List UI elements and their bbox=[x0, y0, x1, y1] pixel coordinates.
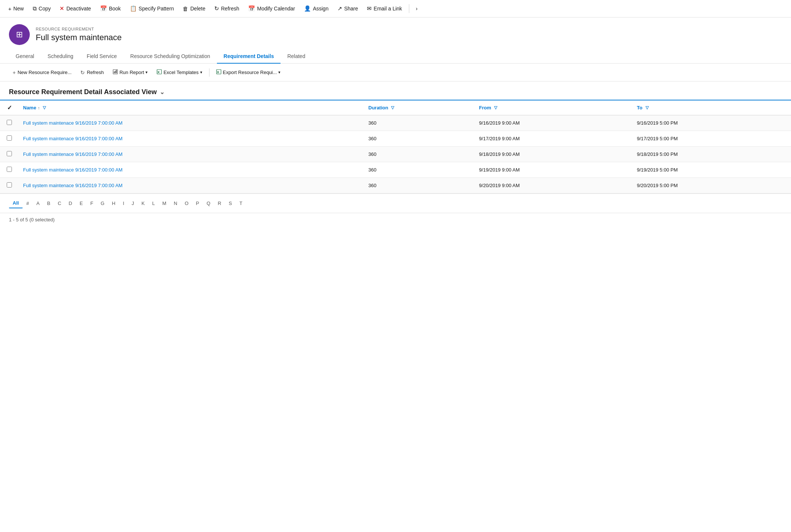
email-link-icon: ✉ bbox=[367, 5, 372, 12]
modify-calendar-button[interactable]: 📅 Modify Calendar bbox=[244, 3, 299, 14]
alpha-item-e[interactable]: E bbox=[76, 199, 87, 208]
th-duration: Duration ▽ bbox=[364, 100, 475, 115]
book-icon: 📅 bbox=[100, 5, 107, 12]
svg-rect-2 bbox=[115, 71, 116, 73]
alpha-item-r[interactable]: R bbox=[214, 199, 225, 208]
th-name: Name ↑ ▽ bbox=[19, 100, 364, 115]
table-row: Full system maintenace 9/16/2019 7:00:00… bbox=[0, 178, 791, 193]
tab-resource-scheduling-optimization[interactable]: Resource Scheduling Optimization bbox=[124, 49, 217, 64]
copy-button[interactable]: ⧉ Copy bbox=[29, 3, 55, 14]
row-name-link[interactable]: Full system maintenace 9/16/2019 7:00:00… bbox=[23, 151, 122, 157]
alpha-item-m[interactable]: M bbox=[158, 199, 170, 208]
delete-button[interactable]: 🗑 Delete bbox=[179, 3, 209, 14]
alpha-item-q[interactable]: Q bbox=[203, 199, 214, 208]
run-report-button[interactable]: Run Report ▾ bbox=[109, 67, 151, 77]
alpha-item-t[interactable]: T bbox=[236, 199, 246, 208]
sub-toolbar: + New Resource Require... ↻ Refresh Run … bbox=[0, 64, 791, 81]
export-chevron: ▾ bbox=[278, 70, 281, 75]
sub-refresh-icon: ↻ bbox=[80, 70, 85, 76]
to-filter-icon[interactable]: ▽ bbox=[646, 105, 649, 110]
alpha-item-p[interactable]: P bbox=[192, 199, 203, 208]
select-all-checkmark[interactable]: ✓ bbox=[7, 105, 12, 111]
excel-templates-button[interactable]: X Excel Templates ▾ bbox=[153, 67, 206, 77]
row-name-link[interactable]: Full system maintenace 9/16/2019 7:00:00… bbox=[23, 136, 122, 141]
alpha-item-d[interactable]: D bbox=[65, 199, 76, 208]
deactivate-icon: ✕ bbox=[60, 5, 64, 12]
share-icon: ↗ bbox=[337, 5, 342, 12]
refresh-button[interactable]: ↻ Refresh bbox=[211, 3, 243, 14]
alpha-item-#[interactable]: # bbox=[23, 199, 33, 208]
toolbar-more-button[interactable]: › bbox=[412, 3, 422, 14]
table-row: Full system maintenace 9/16/2019 7:00:00… bbox=[0, 162, 791, 178]
alpha-item-c[interactable]: C bbox=[54, 199, 65, 208]
row-name-cell: Full system maintenace 9/16/2019 7:00:00… bbox=[19, 115, 364, 131]
th-name-sort[interactable]: Name ↑ ▽ bbox=[23, 105, 46, 110]
tab-scheduling[interactable]: Scheduling bbox=[41, 49, 80, 64]
svg-rect-1 bbox=[114, 71, 115, 73]
view-title-text: Resource Requirement Detail Associated V… bbox=[9, 88, 157, 96]
share-button[interactable]: ↗ Share bbox=[334, 3, 362, 14]
new-button[interactable]: + New bbox=[4, 3, 28, 14]
row-to-cell: 9/19/2019 5:00 PM bbox=[633, 162, 791, 178]
row-name-link[interactable]: Full system maintenace 9/16/2019 7:00:00… bbox=[23, 120, 122, 126]
row-checkbox-cell bbox=[0, 147, 19, 162]
new-resource-button[interactable]: + New Resource Require... bbox=[9, 68, 75, 77]
alpha-item-all[interactable]: All bbox=[9, 198, 23, 208]
email-link-button[interactable]: ✉ Email a Link bbox=[363, 3, 406, 14]
excel-templates-icon: X bbox=[157, 69, 162, 76]
sub-refresh-button[interactable]: ↻ Refresh bbox=[77, 68, 108, 77]
export-resource-button[interactable]: X Export Resource Requi... ▾ bbox=[212, 67, 284, 77]
specify-pattern-button[interactable]: 📋 Specify Pattern bbox=[126, 3, 178, 14]
from-filter-icon[interactable]: ▽ bbox=[494, 105, 497, 110]
name-sort-icon[interactable]: ↑ bbox=[38, 106, 40, 110]
alpha-item-l[interactable]: L bbox=[148, 199, 158, 208]
row-to-cell: 9/17/2019 5:00 PM bbox=[633, 131, 791, 147]
toolbar-more-icon: › bbox=[416, 6, 418, 12]
alpha-item-h[interactable]: H bbox=[108, 199, 119, 208]
tab-requirement-details[interactable]: Requirement Details bbox=[217, 49, 281, 64]
alpha-item-o[interactable]: O bbox=[181, 199, 192, 208]
th-from-sort[interactable]: From ▽ bbox=[479, 105, 497, 110]
tabs-bar: General Scheduling Field Service Resourc… bbox=[0, 49, 791, 64]
data-table: ✓ Name ↑ ▽ Duration ▽ bbox=[0, 100, 791, 193]
tab-field-service[interactable]: Field Service bbox=[80, 49, 124, 64]
duration-filter-icon[interactable]: ▽ bbox=[391, 105, 394, 110]
view-title[interactable]: Resource Requirement Detail Associated V… bbox=[0, 81, 791, 100]
row-checkbox[interactable] bbox=[7, 167, 12, 172]
run-report-chevron: ▾ bbox=[145, 70, 148, 75]
alpha-item-j[interactable]: J bbox=[128, 199, 138, 208]
svg-text:X: X bbox=[157, 70, 160, 74]
record-type: RESOURCE REQUIREMENT bbox=[36, 27, 122, 31]
record-count: 1 - 5 of 5 (0 selected) bbox=[9, 217, 55, 222]
row-name-link[interactable]: Full system maintenace 9/16/2019 7:00:00… bbox=[23, 183, 122, 188]
tab-related[interactable]: Related bbox=[281, 49, 312, 64]
row-checkbox[interactable] bbox=[7, 151, 12, 156]
alpha-item-g[interactable]: G bbox=[97, 199, 108, 208]
avatar: ⊞ bbox=[9, 24, 30, 45]
main-toolbar: + New ⧉ Copy ✕ Deactivate 📅 Book 📋 Speci… bbox=[0, 0, 791, 17]
alpha-item-b[interactable]: B bbox=[44, 199, 54, 208]
alpha-item-n[interactable]: N bbox=[170, 199, 181, 208]
alpha-item-s[interactable]: S bbox=[225, 199, 236, 208]
alpha-item-k[interactable]: K bbox=[138, 199, 148, 208]
assign-button[interactable]: 👤 Assign bbox=[300, 3, 332, 14]
record-name: Full system maintenace bbox=[36, 33, 122, 42]
modify-calendar-icon: 📅 bbox=[248, 5, 255, 12]
book-button[interactable]: 📅 Book bbox=[96, 3, 125, 14]
row-checkbox[interactable] bbox=[7, 135, 12, 141]
name-filter-icon[interactable]: ▽ bbox=[43, 105, 46, 110]
row-checkbox[interactable] bbox=[7, 120, 12, 125]
alpha-item-a[interactable]: A bbox=[33, 199, 44, 208]
row-checkbox[interactable] bbox=[7, 182, 12, 188]
deactivate-button[interactable]: ✕ Deactivate bbox=[56, 3, 95, 14]
run-report-icon bbox=[113, 69, 118, 76]
alpha-item-i[interactable]: I bbox=[119, 199, 128, 208]
tab-general[interactable]: General bbox=[9, 49, 41, 64]
th-to-sort[interactable]: To ▽ bbox=[637, 105, 649, 110]
alpha-item-f[interactable]: F bbox=[87, 199, 97, 208]
row-name-cell: Full system maintenace 9/16/2019 7:00:00… bbox=[19, 162, 364, 178]
row-duration-cell: 360 bbox=[364, 162, 475, 178]
th-duration-sort[interactable]: Duration ▽ bbox=[368, 105, 394, 110]
table-row: Full system maintenace 9/16/2019 7:00:00… bbox=[0, 131, 791, 147]
row-name-link[interactable]: Full system maintenace 9/16/2019 7:00:00… bbox=[23, 167, 122, 173]
